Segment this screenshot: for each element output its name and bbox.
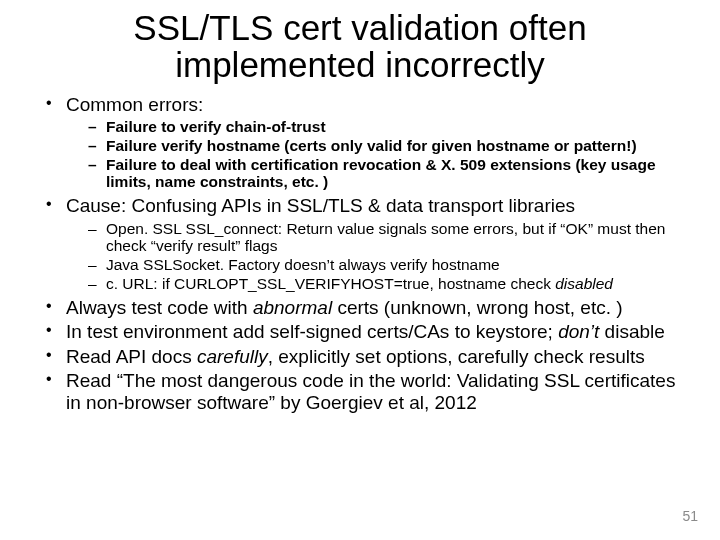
bullet-text: In test environment add self-signed cert… [66, 321, 558, 342]
sub-list-errors: Failure to verify chain-of-trust Failure… [88, 118, 690, 191]
sub-bullet: Open. SSL SSL_connect: Return value sign… [88, 220, 690, 256]
italic-text: carefully [197, 346, 268, 367]
bullet-test-abnormal: Always test code with abnormal certs (un… [40, 297, 690, 319]
slide-title: SSL/TLS cert validation often implemente… [30, 10, 690, 84]
italic-text: don’t [558, 321, 599, 342]
bullet-text: , explicitly set options, carefully chec… [268, 346, 645, 367]
bullet-paper-ref: Read “The most dangerous code in the wor… [40, 370, 690, 415]
bullet-text: certs (unknown, wrong host, etc. ) [332, 297, 622, 318]
bullet-text: Read API docs [66, 346, 197, 367]
sub-bullet: Failure to verify chain-of-trust [88, 118, 690, 136]
bullet-common-errors: Common errors: Failure to verify chain-o… [40, 94, 690, 192]
bullet-text: Common errors: [66, 94, 203, 115]
sub-bullet: Failure verify hostname (certs only vali… [88, 137, 690, 155]
sub-bullet: c. URL: if CURLOPT_SSL_VERIFYHOST=true, … [88, 275, 690, 293]
bullet-list: Common errors: Failure to verify chain-o… [40, 94, 690, 415]
italic-text: disabled [555, 275, 613, 292]
slide: SSL/TLS cert validation often implemente… [0, 0, 720, 540]
bullet-cause: Cause: Confusing APIs in SSL/TLS & data … [40, 195, 690, 293]
sub-list-cause: Open. SSL SSL_connect: Return value sign… [88, 220, 690, 293]
bullet-text: Always test code with [66, 297, 253, 318]
bullet-keystore: In test environment add self-signed cert… [40, 321, 690, 343]
bullet-text: Cause: Confusing APIs in SSL/TLS & data … [66, 195, 575, 216]
sub-bullet: Java SSLSocket. Factory doesn’t always v… [88, 256, 690, 274]
sub-bullet: Failure to deal with certification revoc… [88, 156, 690, 192]
bullet-read-docs: Read API docs carefully, explicitly set … [40, 346, 690, 368]
sub-text: c. URL: if CURLOPT_SSL_VERIFYHOST=true, … [106, 275, 555, 292]
page-number: 51 [682, 508, 698, 524]
italic-text: abnormal [253, 297, 332, 318]
bullet-text: disable [599, 321, 665, 342]
